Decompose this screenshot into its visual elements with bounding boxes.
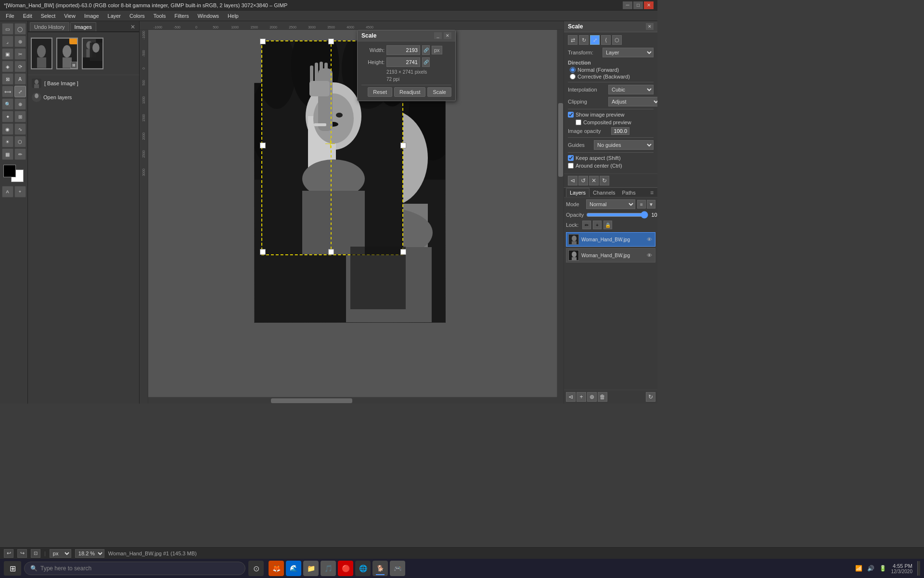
tool-select-by-color[interactable]: ▣ [2,48,13,60]
show-image-preview-checkbox[interactable] [568,112,574,118]
tool-heal[interactable]: ✦ [2,111,13,122]
transform-panel-close[interactable]: ✕ [646,23,654,30]
layers-legacy-btn[interactable]: ≡ [637,200,646,209]
tool-blend[interactable]: ▦ [2,148,13,160]
scale-scale-btn[interactable]: Scale [427,87,451,97]
horizontal-scrollbar[interactable] [148,397,557,404]
tab-images[interactable]: Images [70,22,96,31]
tab-layers[interactable]: Layers [566,188,590,197]
tool-text[interactable]: A [14,73,26,85]
tool-smudge[interactable]: ∿ [14,123,26,135]
transform-icon-move[interactable]: ⇄ [568,35,578,45]
tool-rect-select[interactable]: ▭ [2,23,13,35]
tool-scissors[interactable]: ✂ [14,48,26,60]
transform-target-select[interactable]: Layer Selection Path [603,48,654,57]
scale-dialog-close[interactable]: ✕ [444,32,451,39]
layers-new-layer-btn[interactable]: + [577,392,586,402]
tool-measure[interactable]: ⟺ [2,86,13,97]
transform-bottom-btn-1[interactable]: ⊲ [568,176,578,185]
scale-unit[interactable]: px [432,46,442,54]
layers-bottom-extra[interactable]: ↻ [646,392,655,402]
clipping-select[interactable]: Adjust Clip Crop to result Crop with asp… [608,97,657,106]
menu-view[interactable]: View [60,12,79,20]
guides-select[interactable]: No guides Rule of thirds Golden sections [594,140,654,150]
tool-transform-scale[interactable]: ⤢ [14,86,26,97]
canvas-area[interactable]: -1000 -500 0 500 1000 1500 2000 2500 300… [140,21,564,404]
tool-pencil[interactable]: ✏ [14,148,26,160]
transform-handle-bl[interactable] [260,249,266,255]
layer-visibility-2[interactable]: 👁 [645,251,653,259]
tool-foreground-select[interactable]: ◈ [2,61,13,72]
layer-item-2[interactable]: Woman_Hand_BW.jpg 👁 [566,248,655,263]
menu-help[interactable]: Help [224,12,243,20]
transform-bottom-btn-4[interactable]: ↻ [600,176,609,185]
image-thumb-1[interactable] [31,38,52,69]
layer-item-1[interactable]: Woman_Hand_BW.jpg 👁 [566,232,655,247]
scale-width-chain[interactable]: 🔗 [422,45,430,55]
tool-dodge-burn[interactable]: ☀ [2,136,13,147]
menu-file[interactable]: File [2,12,18,20]
tool-clone[interactable]: ⊕ [14,98,26,110]
menu-tools[interactable]: Tools [150,12,170,20]
layers-new-group-btn[interactable]: ⊲ [566,392,576,402]
menu-colors[interactable]: Colors [126,12,149,20]
layers-panel-close[interactable]: ≡ [648,189,655,196]
transform-icon-shear[interactable]: ⟨ [601,35,611,45]
tool-blur-sharpen[interactable]: ◉ [2,123,13,135]
transform-handle-ml[interactable] [260,143,266,148]
tool-paint-dynamic[interactable]: ⊠ [2,73,13,85]
lock-alpha-btn[interactable]: 🔒 [603,221,612,229]
undo-item-base[interactable]: [ Base Image ] [30,77,137,90]
transform-handle-br[interactable] [400,249,406,255]
tool-zoom[interactable]: 🔍 [2,98,13,110]
direction-corrective-radio[interactable] [570,74,576,79]
transform-icon-perspective[interactable]: ⬡ [612,35,622,45]
minimize-button[interactable]: ─ [623,1,632,9]
tool-free-select[interactable]: ⌟ [2,36,13,47]
interpolation-select[interactable]: Cubic Linear None NoHalo LoHalo [608,85,654,94]
foreground-color-swatch[interactable] [3,165,16,177]
transform-handle-mr[interactable] [400,143,406,148]
around-center-checkbox[interactable] [568,163,574,169]
image-thumb-3[interactable] [82,38,103,69]
menu-edit[interactable]: Edit [19,12,36,20]
menu-windows[interactable]: Windows [193,12,223,20]
maximize-button[interactable]: □ [633,1,643,9]
menu-layer[interactable]: Layer [104,12,125,20]
transform-icon-rotate[interactable]: ↻ [579,35,589,45]
scale-height-input[interactable] [386,57,420,67]
tool-paths[interactable]: ⟳ [14,61,26,72]
layers-mode-down-btn[interactable]: ▼ [647,200,655,209]
tool-perspective-clone[interactable]: ⊞ [14,111,26,122]
tool-bucket-fill[interactable]: ⬡ [14,136,26,147]
transform-icon-scale[interactable]: ⤢ [590,35,600,45]
scale-dialog-collapse[interactable]: _ [434,32,442,39]
canvas-content[interactable]: Scale _ ✕ Width: 🔗 px [148,30,557,397]
open-layers-item[interactable]: Open layers [30,92,137,103]
tool-a-btn[interactable]: A [2,186,13,197]
transform-bottom-btn-3[interactable]: ✕ [589,176,599,185]
menu-image[interactable]: Image [80,12,103,20]
transform-bottom-btn-2[interactable]: ↺ [578,176,588,185]
transform-handle-tm[interactable] [328,39,334,44]
lock-position-btn[interactable]: + [593,221,602,229]
keep-aspect-checkbox[interactable] [568,155,574,161]
layers-copy-layer-btn[interactable]: ⊕ [587,392,597,402]
scale-width-input[interactable] [386,45,420,55]
scale-height-chain[interactable]: 🔗 [422,57,430,67]
vertical-scrollbar[interactable] [557,30,564,397]
menu-filters[interactable]: Filters [171,12,193,20]
lock-pixels-btn[interactable]: ✏ [582,221,591,229]
h-scrollbar-thumb[interactable] [271,398,353,403]
close-button[interactable]: ✕ [644,1,654,9]
composited-preview-checkbox[interactable] [576,119,581,125]
tab-paths[interactable]: Paths [619,188,639,197]
layers-delete-layer-btn[interactable]: 🗑 [598,392,607,402]
direction-normal-radio[interactable] [570,67,576,73]
layers-mode-select[interactable]: Normal Multiply Screen Overlay [586,199,635,209]
tab-undo-history[interactable]: Undo History [30,22,69,31]
scale-reset-btn[interactable]: Reset [368,87,392,97]
panels-close-btn[interactable]: ✕ [128,24,137,30]
scale-readjust-btn[interactable]: Readjust [394,87,425,97]
layers-opacity-slider[interactable] [586,211,648,219]
